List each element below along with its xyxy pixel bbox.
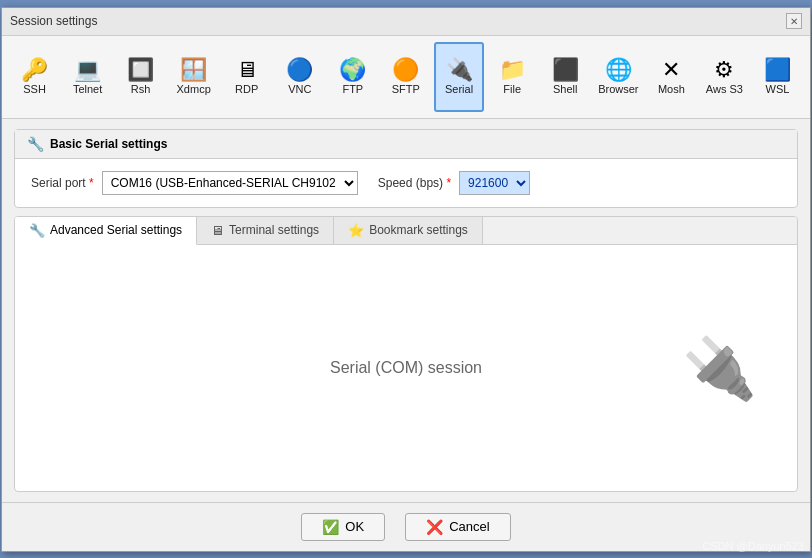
session-icon: 🔌 <box>682 332 757 403</box>
tab-bookmark[interactable]: ⭐ Bookmark settings <box>334 217 483 244</box>
ok-icon: ✅ <box>322 519 339 535</box>
vnc-icon: 🔵 <box>286 59 313 81</box>
close-button[interactable]: ✕ <box>786 13 802 29</box>
ok-label: OK <box>345 519 364 534</box>
cancel-label: Cancel <box>449 519 489 534</box>
toolbar-item-rdp[interactable]: 🖥RDP <box>222 42 271 112</box>
speed-label: Speed (bps) * <box>378 176 451 190</box>
file-icon: 📁 <box>499 59 526 81</box>
toolbar-item-vnc[interactable]: 🔵VNC <box>275 42 324 112</box>
serial-port-select[interactable]: COM16 (USB-Enhanced-SERIAL CH9102 <box>102 171 358 195</box>
serial-port-label: Serial port * <box>31 176 94 190</box>
ftp-label: FTP <box>342 83 363 95</box>
ssh-icon: 🔑 <box>21 59 48 81</box>
tab-advanced-serial[interactable]: 🔧 Advanced Serial settings <box>15 217 197 245</box>
speed-group: Speed (bps) * 921600 115200 57600 38400 … <box>378 171 530 195</box>
rdp-icon: 🖥 <box>236 59 258 81</box>
bookmark-tab-label: Bookmark settings <box>369 223 468 237</box>
toolbar: 🔑SSH💻Telnet🔲Rsh🪟Xdmcp🖥RDP🔵VNC🌍FTP🟠SFTP🔌S… <box>2 36 810 119</box>
advanced-serial-tab-icon: 🔧 <box>29 223 45 238</box>
toolbar-item-browser[interactable]: 🌐Browser <box>594 42 643 112</box>
advanced-section: 🔧 Advanced Serial settings 🖥 Terminal se… <box>14 216 798 492</box>
basic-serial-tab-icon: 🔧 <box>27 136 44 152</box>
file-label: File <box>503 83 521 95</box>
ssh-label: SSH <box>23 83 46 95</box>
toolbar-item-file[interactable]: 📁File <box>488 42 537 112</box>
rsh-label: Rsh <box>131 83 151 95</box>
xdmcp-label: Xdmcp <box>177 83 211 95</box>
tab-terminal[interactable]: 🖥 Terminal settings <box>197 217 334 244</box>
sftp-icon: 🟠 <box>392 59 419 81</box>
toolbar-item-telnet[interactable]: 💻Telnet <box>63 42 112 112</box>
advanced-serial-tab-label: Advanced Serial settings <box>50 223 182 237</box>
toolbar-item-mosh[interactable]: ✕Mosh <box>647 42 696 112</box>
telnet-label: Telnet <box>73 83 102 95</box>
xdmcp-icon: 🪟 <box>180 59 207 81</box>
cancel-icon: ❌ <box>426 519 443 535</box>
watermark: CSDN @Danyun523 <box>702 540 804 552</box>
toolbar-item-xdmcp[interactable]: 🪟Xdmcp <box>169 42 218 112</box>
telnet-icon: 💻 <box>74 59 101 81</box>
toolbar-item-sftp[interactable]: 🟠SFTP <box>381 42 430 112</box>
serial-port-group: Serial port * COM16 (USB-Enhanced-SERIAL… <box>31 171 358 195</box>
vnc-label: VNC <box>288 83 311 95</box>
mosh-icon: ✕ <box>662 59 680 81</box>
shell-label: Shell <box>553 83 577 95</box>
aws-s3-icon: ⚙ <box>714 59 734 81</box>
toolbar-item-aws-s3[interactable]: ⚙Aws S3 <box>700 42 749 112</box>
serial-label: Serial <box>445 83 473 95</box>
speed-select[interactable]: 921600 115200 57600 38400 19200 9600 <box>459 171 530 195</box>
sftp-label: SFTP <box>392 83 420 95</box>
bookmark-tab-icon: ⭐ <box>348 223 364 238</box>
serial-icon: 🔌 <box>446 59 473 81</box>
toolbar-item-wsl[interactable]: 🟦WSL <box>753 42 802 112</box>
browser-icon: 🌐 <box>605 59 632 81</box>
basic-serial-tab-label: Basic Serial settings <box>50 137 167 151</box>
ftp-icon: 🌍 <box>339 59 366 81</box>
browser-label: Browser <box>598 83 638 95</box>
aws-s3-label: Aws S3 <box>706 83 743 95</box>
advanced-tabs-row: 🔧 Advanced Serial settings 🖥 Terminal se… <box>15 217 797 245</box>
basic-serial-tab[interactable]: 🔧 Basic Serial settings <box>15 130 797 159</box>
ok-button[interactable]: ✅ OK <box>301 513 385 541</box>
rsh-icon: 🔲 <box>127 59 154 81</box>
wsl-label: WSL <box>766 83 790 95</box>
cancel-button[interactable]: ❌ Cancel <box>405 513 510 541</box>
footer: ✅ OK ❌ Cancel <box>2 502 810 551</box>
basic-serial-content: Serial port * COM16 (USB-Enhanced-SERIAL… <box>15 159 797 207</box>
toolbar-item-ftp[interactable]: 🌍FTP <box>328 42 377 112</box>
tab-content-area: Serial (COM) session 🔌 <box>15 245 797 491</box>
terminal-tab-icon: 🖥 <box>211 223 224 238</box>
title-bar: Session settings ✕ <box>2 8 810 36</box>
content-area: 🔧 Basic Serial settings Serial port * CO… <box>2 119 810 502</box>
session-settings-window: Session settings ✕ 🔑SSH💻Telnet🔲Rsh🪟Xdmcp… <box>1 7 811 552</box>
toolbar-item-shell[interactable]: ⬛Shell <box>541 42 590 112</box>
toolbar-item-serial[interactable]: 🔌Serial <box>434 42 483 112</box>
basic-serial-section: 🔧 Basic Serial settings Serial port * CO… <box>14 129 798 208</box>
window-title: Session settings <box>10 14 97 28</box>
toolbar-item-rsh[interactable]: 🔲Rsh <box>116 42 165 112</box>
mosh-label: Mosh <box>658 83 685 95</box>
toolbar-item-ssh[interactable]: 🔑SSH <box>10 42 59 112</box>
rdp-label: RDP <box>235 83 258 95</box>
terminal-tab-label: Terminal settings <box>229 223 319 237</box>
session-label: Serial (COM) session <box>330 359 482 377</box>
shell-icon: ⬛ <box>552 59 579 81</box>
wsl-icon: 🟦 <box>764 59 791 81</box>
